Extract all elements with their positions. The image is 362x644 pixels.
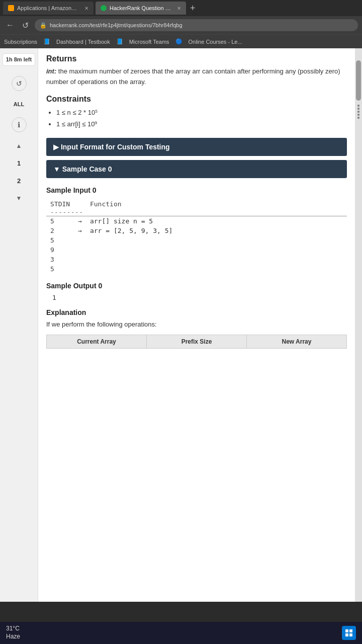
bookmark-teams-icon: 📘 [116,38,123,45]
all-label[interactable]: ALL [14,101,24,107]
stdin-row: 9 [46,245,347,255]
tab-close-hackerrank[interactable]: ✕ [177,6,181,11]
scroll-dot-1 [357,105,359,107]
stdin-arrow-cell: → [74,216,86,226]
svg-rect-0 [345,629,348,632]
stdin-arrow-cell [74,255,86,264]
operations-table-header: Current Array Prefix Size New Array [46,335,347,349]
stdin-func-cell [86,255,347,264]
constraints-section: Constraints 1 ≤ n ≤ 2 * 10⁵ 1 ≤ arr[i] ≤… [46,95,347,130]
returns-title: Returns [46,54,347,63]
taskbar: 31°C Haze [0,622,362,644]
stdin-func-cell: arr[] size n = 5 [86,216,347,226]
stdin-row: 5 → arr[] size n = 5 [46,216,347,226]
sidebar-arrow-down[interactable]: ▼ [16,195,22,202]
timer-text: 1h 8m left [6,56,32,62]
taskbar-weather: 31°C Haze [6,625,20,640]
sidebar-back-icon[interactable]: ↺ [12,76,27,91]
stdin-row: 3 [46,255,347,264]
stdin-num-cell: 9 [46,245,74,255]
page-content: 1h 8m left ↺ ALL ℹ ▲ 1 2 ▼ Returns int: … [0,48,362,602]
tab-favicon-hackerrank [101,5,107,11]
tab-bar: Applications | AmazonJobs ✕ HackerRank Q… [0,0,362,16]
stdin-func-cell: arr = [2, 5, 9, 3, 5] [86,226,347,235]
sidebar-arrow-up[interactable]: ▲ [16,142,22,149]
stdin-func-cell [86,235,347,245]
sample-case-label: ▼ Sample Case 0 [53,165,112,173]
svg-rect-2 [345,633,348,636]
input-format-label: ▶ Input Format for Custom Testing [53,143,170,151]
stdin-num-cell: 5 [46,216,74,226]
sample-section: Sample Input 0 STDIN Function -------- 5… [46,182,347,353]
bookmark-courses-icon: 🔵 [175,38,183,45]
stdin-col-header: STDIN [46,199,74,209]
tab-favicon-amazon [8,5,14,11]
scroll-dots [357,105,359,119]
scroll-dot-2 [357,108,359,110]
stdin-row: 5 [46,264,347,274]
bookmarks-bar: Subscriptions 📘 Dashboard | Testbook 📘 M… [0,34,362,48]
lock-icon: 🔒 [40,22,47,29]
scroll-dot-4 [357,114,359,116]
input-format-header[interactable]: ▶ Input Format for Custom Testing [46,138,347,156]
scroll-thumb[interactable] [356,60,361,101]
tab-amazonjobs[interactable]: Applications | AmazonJobs ✕ [3,2,94,15]
back-circle-icon: ↺ [16,79,22,88]
taskbar-temp: 31°C [6,625,20,633]
sidebar: 1h 8m left ↺ ALL ℹ ▲ 1 2 ▼ [0,48,38,602]
sidebar-info-icon[interactable]: ℹ [12,117,27,132]
function-col-header: Function [86,199,347,209]
sample-case-header[interactable]: ▼ Sample Case 0 [46,160,347,178]
stdin-divider: -------- [46,209,347,216]
tab-label-hackerrank: HackerRank Question - Code [110,5,172,11]
stdin-arrow-header [74,199,86,209]
tab-close-amazon[interactable]: ✕ [84,6,88,11]
tab-hackerrank[interactable]: HackerRank Question - Code ✕ [96,2,186,15]
stdin-num-cell: 2 [46,226,74,235]
bookmark-dashboard-icon: 📘 [43,38,50,45]
stdin-func-cell [86,264,347,274]
bookmark-courses[interactable]: Online Courses - Le... [189,39,242,45]
taskbar-windows-icon[interactable] [342,626,356,640]
bookmark-teams[interactable]: Microsoft Teams [129,39,169,45]
svg-rect-3 [349,633,352,636]
returns-desc-text: the maximum number of zeroes that the ar… [46,67,340,86]
stdin-arrow-cell [74,245,86,255]
browser-chrome: Applications | AmazonJobs ✕ HackerRank Q… [0,0,362,48]
stdin-row: 5 [46,235,347,245]
stdin-arrow-cell: → [74,226,86,235]
stdin-arrow-cell [74,264,86,274]
returns-description: int: the maximum number of zeroes that t… [46,66,347,88]
constraints-list: 1 ≤ n ≤ 2 * 10⁵ 1 ≤ arr[i] ≤ 10⁹ [46,107,347,130]
sidebar-num-2[interactable]: 2 [17,177,21,185]
stdin-num-cell: 5 [46,264,74,274]
sample-output-value: 1 [46,294,347,301]
scrollbar-area[interactable] [355,48,362,602]
bookmark-subscriptions[interactable]: Subscriptions [4,39,37,45]
constraint-2: 1 ≤ arr[i] ≤ 10⁹ [56,118,347,130]
ops-col-new: New Array [247,335,346,348]
explanation-title: Explanation [46,308,347,316]
bookmark-dashboard[interactable]: Dashboard | Testbook [56,39,110,45]
sample-input-title: Sample Input 0 [46,186,347,194]
stdin-func-cell [86,245,347,255]
sidebar-num-1[interactable]: 1 [17,159,21,167]
back-button[interactable]: ← [4,20,16,31]
info-icon: ℹ [18,121,20,129]
scroll-dot-5 [357,117,359,119]
stdin-table: STDIN Function -------- 5 → arr[] size n… [46,199,347,274]
stdin-num-cell: 3 [46,255,74,264]
constraint-1: 1 ≤ n ≤ 2 * 10⁵ [56,107,347,118]
main-content: Returns int: the maximum number of zeroe… [38,48,355,602]
reload-button[interactable]: ↺ [20,20,31,31]
new-tab-button[interactable]: + [190,3,196,14]
scroll-dot-3 [357,111,359,113]
ops-col-current: Current Array [47,335,147,348]
stdin-num-cell: 5 [46,235,74,245]
tab-label-amazon: Applications | AmazonJobs [17,5,79,11]
sample-output-title: Sample Output 0 [46,282,347,290]
ops-col-prefix: Prefix Size [147,335,247,348]
address-bar[interactable]: 🔒 hackerrank.com/test/rfe1p4jtmt/questio… [35,19,358,31]
stdin-arrow-cell [74,235,86,245]
svg-rect-1 [349,629,352,632]
